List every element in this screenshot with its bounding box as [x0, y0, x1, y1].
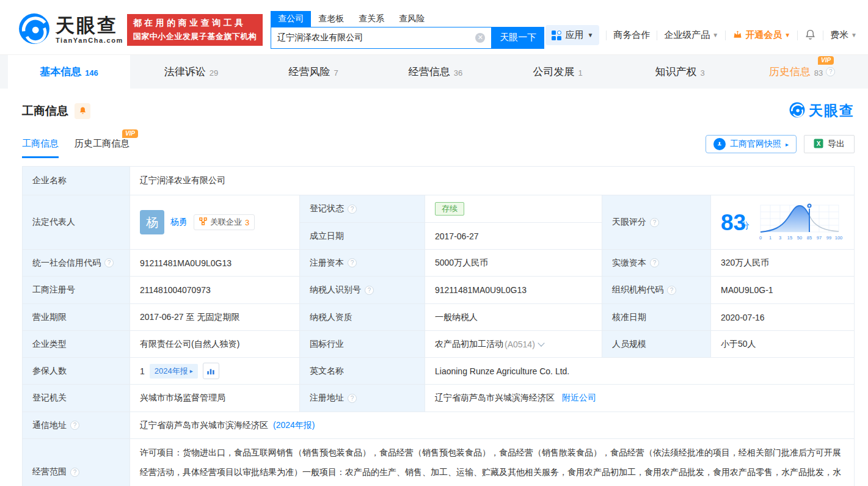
open-vip-label: 开通会员: [745, 29, 782, 41]
tianyancha-logo-icon: [18, 13, 50, 47]
tab-label: 历史信息: [769, 65, 811, 79]
monitor-bell-icon[interactable]: [75, 103, 90, 119]
help-icon[interactable]: ?: [104, 258, 114, 267]
nav-business-cooperation[interactable]: 商务合作: [613, 29, 650, 41]
help-icon[interactable]: ?: [348, 394, 357, 403]
field-label-company-name: 企业名称: [23, 167, 130, 195]
svg-text:1: 1: [769, 235, 771, 241]
field-value-business-term: 2017-06-27 至 无固定期限: [130, 304, 300, 331]
tab-intellectual-property[interactable]: 知识产权 3: [619, 55, 741, 89]
help-icon[interactable]: ?: [826, 67, 835, 76]
chevron-down-icon: ▼: [784, 32, 790, 38]
annual-report-badge[interactable]: 2024年报 ▸: [150, 364, 198, 379]
legal-rep-name-link[interactable]: 杨勇: [170, 217, 188, 228]
org-link-icon: [199, 217, 207, 227]
legal-rep-avatar[interactable]: 杨: [140, 210, 164, 234]
field-label-credit-code: 统一社会信用代码?: [23, 250, 130, 277]
search-tab-risk[interactable]: 查风险: [392, 11, 432, 27]
search-tab-company[interactable]: 查公司: [271, 11, 311, 27]
field-label-taxpayer-id: 纳税人识别号?: [300, 277, 425, 304]
tab-basic-info[interactable]: 基本信息 146: [8, 55, 130, 89]
svg-text:X: X: [817, 140, 821, 147]
vip-badge: VIP: [818, 56, 834, 65]
tab-label: 知识产权: [655, 65, 696, 79]
svg-text:85: 85: [807, 235, 812, 241]
tab-count: 1: [578, 68, 582, 78]
nav-enterprise-products[interactable]: 企业级产品 ▼: [664, 29, 718, 41]
help-icon[interactable]: ?: [365, 286, 374, 295]
section-title: 工商信息: [22, 103, 68, 119]
tab-count: 3: [700, 68, 704, 78]
tab-company-development[interactable]: 公司发展 1: [497, 55, 619, 89]
slogan-line1: 都在用的商业查询工具: [133, 18, 257, 29]
field-label-insured-count: 参保人数: [23, 358, 130, 385]
field-label-paid-capital: 实缴资本?: [602, 250, 711, 277]
clear-search-icon[interactable]: ✕: [475, 33, 485, 43]
field-value-industry: 农产品初加工活动 (A0514): [425, 331, 602, 358]
field-label-organization-code: 组织机构代码?: [602, 277, 711, 304]
field-value-legal-representative: 杨 杨勇 关联企业 3: [130, 195, 300, 250]
search-tab-boss[interactable]: 查老板: [311, 11, 351, 27]
arrow-right-icon: ▸: [190, 368, 193, 374]
official-snapshot-button[interactable]: 工商官网快照 ▸: [706, 135, 797, 153]
field-label-establish-date: 成立日期: [300, 223, 425, 250]
help-icon[interactable]: ?: [70, 421, 79, 430]
snapshot-button-label: 工商官网快照: [730, 139, 781, 150]
annual-report-link[interactable]: (2024年报): [273, 420, 315, 431]
field-label-taxpayer-quality: 纳税人资质: [300, 304, 425, 331]
notification-bell-icon[interactable]: [804, 29, 816, 42]
field-value-taxpayer-id: 91211481MA0U9L0G13: [425, 277, 602, 304]
field-label-business-term: 营业期限: [23, 304, 130, 331]
help-icon[interactable]: ?: [348, 258, 357, 267]
tianyancha-logo[interactable]: 天眼查 TianYanCha.com: [18, 13, 123, 47]
tab-business-info[interactable]: 经营信息 36: [374, 55, 497, 89]
field-value-communication-address: 辽宁省葫芦岛市兴城市滨海经济区 (2024年报): [130, 412, 855, 439]
subtab-business-registration[interactable]: 工商信息: [22, 138, 59, 158]
help-icon[interactable]: ?: [650, 218, 659, 227]
apps-menu-button[interactable]: 应用 ▼: [545, 25, 599, 45]
field-label-score: 天眼评分?: [602, 195, 711, 250]
field-value-registered-capital: 5000万人民币: [425, 250, 602, 277]
main-content: 工商信息 天眼查 工商信息 VIP 历史工商信息: [0, 101, 868, 486]
search-block: 查公司 查老板 查关系 查风险 辽宁润泽农业有限公司 ✕ 天眼一下: [271, 11, 544, 49]
divider: [797, 31, 798, 40]
nav-open-vip[interactable]: 开通会员 ▼: [732, 29, 790, 41]
subtab-label: 历史工商信息: [75, 138, 129, 148]
field-label-approval-date: 核准日期: [602, 304, 711, 331]
nearby-companies-link[interactable]: 附近公司: [562, 393, 596, 404]
tab-label: 法律诉讼: [164, 65, 206, 79]
help-icon[interactable]: ?: [650, 258, 659, 267]
field-value-establish-date: 2017-06-27: [425, 223, 602, 250]
chevron-down-icon: ▼: [851, 32, 857, 38]
nav-cooperation-label: 商务合作: [613, 29, 650, 41]
field-label-english-name: 英文名称: [300, 358, 425, 385]
tab-count: 7: [334, 68, 338, 78]
related-companies-badge[interactable]: 关联企业 3: [194, 214, 255, 230]
tab-legal-litigation[interactable]: 法律诉讼 29: [130, 55, 252, 89]
chevron-down-icon: ▼: [712, 32, 718, 38]
help-icon[interactable]: ?: [348, 205, 357, 214]
export-button[interactable]: X 导出: [804, 135, 855, 153]
field-label-registration-status: 登记状态?: [300, 195, 425, 223]
help-icon[interactable]: ?: [70, 468, 79, 477]
search-input-value: 辽宁润泽农业有限公司: [277, 32, 363, 43]
score-unit: 分: [741, 220, 749, 231]
brand-slogan-banner: 都在用的商业查询工具 国家中小企业发展子基金旗下机构: [127, 14, 263, 46]
field-label-company-type: 企业类型: [23, 331, 130, 358]
arrow-right-icon: ▸: [786, 141, 789, 148]
svg-text:50: 50: [797, 235, 802, 241]
excel-icon: X: [814, 139, 823, 150]
nav-user-menu[interactable]: 费米 ▼: [830, 29, 857, 41]
chevron-down-icon[interactable]: [538, 339, 544, 346]
tab-operation-risk[interactable]: 经营风险 7: [252, 55, 374, 89]
search-tab-relation[interactable]: 查关系: [351, 11, 392, 27]
industry-code: (A0514): [505, 339, 535, 349]
nav-enterprise-label: 企业级产品: [664, 29, 710, 41]
tab-history-info[interactable]: 历史信息 VIP 83 ?: [741, 55, 863, 89]
subtab-history-registration[interactable]: VIP 历史工商信息: [75, 138, 129, 158]
search-button[interactable]: 天眼一下: [492, 27, 544, 49]
help-icon[interactable]: ?: [667, 286, 676, 295]
insured-trend-chart-button[interactable]: [203, 363, 219, 379]
search-input[interactable]: 辽宁润泽农业有限公司 ✕: [271, 27, 492, 49]
score-distribution-chart: 01 315 5085 9799 100: [758, 201, 844, 244]
